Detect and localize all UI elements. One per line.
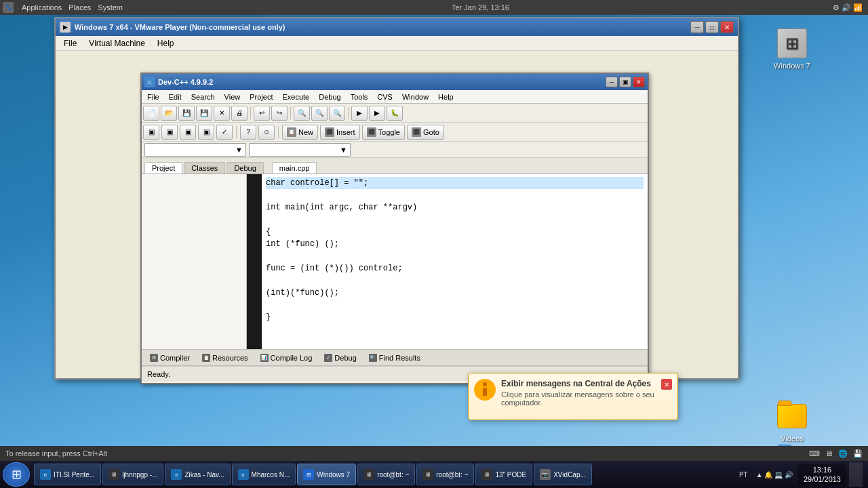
insert-button[interactable]: ⬛ Insert	[320, 125, 360, 140]
bottom-tab-debug[interactable]: ✓ Debug	[319, 352, 361, 363]
toolbar-check[interactable]: ✓	[216, 125, 233, 140]
devcpp-tabs-row[interactable]: Project Classes Debug main.cpp	[142, 158, 648, 174]
toolbar-close[interactable]: ✕	[214, 106, 230, 121]
show-desktop-button[interactable]	[849, 462, 863, 487]
toolbar-print[interactable]: 🖨	[231, 106, 248, 121]
vmware-maximize-button[interactable]: □	[705, 21, 719, 33]
linux-menu-system[interactable]: System	[98, 3, 123, 12]
toolbar-save-all[interactable]: 💾	[196, 106, 212, 121]
devcpp-close-button[interactable]: ✕	[633, 77, 645, 87]
dropdown-class[interactable]: ▼	[144, 143, 246, 157]
toolbar-run[interactable]: ▶	[369, 106, 385, 121]
notification-popup[interactable]: Exibir mensagens na Central de Ações Cli…	[468, 373, 678, 420]
taskbar-lang[interactable]: PT	[736, 470, 751, 480]
devcpp-menu-execute[interactable]: Execute	[278, 92, 313, 102]
devcpp-toolbar2[interactable]: ▣ ▣ ▣ ▣ ✓ ? ☺ 📋 New ⬛ Insert ⬛	[142, 123, 648, 142]
devcpp-menu-tools[interactable]: Tools	[347, 92, 372, 102]
taskbar-win7-btn[interactable]: ⊞ Windows 7	[297, 464, 356, 485]
devcpp-menubar[interactable]: File Edit Search View Project Execute De…	[142, 90, 648, 104]
toolbar-findnext[interactable]: 🔍	[329, 106, 345, 121]
toolbar-find[interactable]: 🔍	[294, 106, 310, 121]
toolbar-class4[interactable]: ▣	[198, 125, 214, 140]
devcpp-restore-button[interactable]: ▣	[619, 77, 631, 87]
bottom-tab-findresults[interactable]: 🔍 Find Results	[363, 352, 426, 363]
toolbar-redo[interactable]: ↪	[271, 106, 288, 121]
devcpp-menu-project[interactable]: Project	[245, 92, 277, 102]
taskbar-clock[interactable]: 13:16 29/01/2013	[798, 464, 846, 486]
start-icon: ⊞	[12, 467, 22, 482]
toolbar-help-btn[interactable]: ?	[240, 125, 256, 140]
devcpp-menu-cvs[interactable]: CVS	[373, 92, 397, 102]
toolbar-replace[interactable]: 🔍	[311, 106, 328, 121]
vmware-menu-help[interactable]: Help	[152, 37, 180, 49]
taskbar[interactable]: ⊞ e ITI.SI.Pente... 🖥 ljhnnpgp -... e Zi…	[0, 461, 868, 488]
taskbar-root1-btn[interactable]: 🖥 root@bt: ~	[357, 464, 415, 485]
toolbar-new-file[interactable]: 📄	[143, 106, 159, 121]
toolbar-sep1	[250, 107, 251, 119]
desktop-icon-win7[interactable]: ⊞ Windows 7	[770, 27, 814, 70]
taskbar-pode-label: 13" PODE	[495, 471, 526, 479]
subtab-debug[interactable]: Debug	[226, 162, 263, 174]
taskbar-start-button[interactable]: ⊞	[3, 462, 30, 487]
goto-button[interactable]: ⬛ Goto	[407, 125, 444, 140]
toolbar-class1[interactable]: ▣	[143, 125, 159, 140]
devcpp-bottom-tabs[interactable]: ⚙ Compiler 📋 Resources 📊 Compile Log ✓ D…	[142, 350, 648, 366]
toolbar-debug[interactable]: 🐛	[387, 106, 403, 121]
devcpp-minimize-button[interactable]: ─	[606, 77, 618, 87]
taskbar-root2-btn[interactable]: 🖥 root@bt: ~	[416, 464, 474, 485]
subtab-classes[interactable]: Classes	[184, 162, 225, 174]
compilelog-icon: 📊	[260, 354, 269, 362]
toolbar-class2[interactable]: ▣	[161, 125, 178, 140]
toolbar-save[interactable]: 💾	[178, 106, 195, 121]
vmware-minimize-button[interactable]: ─	[690, 21, 704, 33]
taskbar-term1-btn[interactable]: 🖥 ljhnnpgp -...	[102, 464, 163, 485]
new-button[interactable]: 📋 New	[282, 125, 318, 140]
vmware-window-controls[interactable]: ─ □ ✕	[690, 21, 734, 33]
vmware-menu-file[interactable]: File	[58, 37, 82, 49]
devcpp-menu-file[interactable]: File	[143, 92, 163, 102]
devcpp-menu-edit[interactable]: Edit	[165, 92, 186, 102]
devcpp-editor[interactable]: char controle[] = ""; int main(int argc,…	[247, 174, 648, 349]
linux-menu-applications[interactable]: Applications	[22, 3, 62, 12]
code-line-9	[266, 274, 644, 287]
taskbar-xvid-btn[interactable]: 📷 XVidCap...	[534, 464, 592, 485]
toolbar-compile[interactable]: ▶	[351, 106, 368, 121]
devcpp-menu-search[interactable]: Search	[187, 92, 219, 102]
toolbar-emoji[interactable]: ☺	[258, 125, 275, 140]
devcpp-window-controls[interactable]: ─ ▣ ✕	[606, 77, 645, 87]
taskbar-pode-btn[interactable]: 🖥 13" PODE	[475, 464, 532, 485]
taskbar-mharcos-btn[interactable]: e Mharcos N...	[232, 464, 296, 485]
desktop-icon-videos[interactable]: Videos	[770, 400, 814, 443]
bottom-tab-compilelog[interactable]: 📊 Compile Log	[255, 352, 318, 363]
toolbar-open[interactable]: 📂	[161, 106, 177, 121]
linux-systray: ⚙ 🔊 📶	[833, 3, 863, 12]
linux-menu-places[interactable]: Places	[68, 3, 91, 12]
devcpp-dropdowns[interactable]: ▼ ▼	[142, 142, 648, 158]
vmware-close-button[interactable]: ✕	[720, 21, 734, 33]
notif-close-button[interactable]: ✕	[661, 379, 672, 390]
toolbar-undo[interactable]: ↩	[254, 106, 270, 121]
vmware-menubar[interactable]: File Virtual Machine Help	[56, 36, 738, 51]
devcpp-menu-help[interactable]: Help	[434, 92, 458, 102]
taskbar-ie-btn[interactable]: e ITI.SI.Pente...	[34, 464, 101, 485]
editor-code-area[interactable]: char controle[] = ""; int main(int argc,…	[262, 174, 648, 349]
dropdown-member[interactable]: ▼	[249, 143, 351, 157]
devcpp-toolbar1[interactable]: 📄 📂 💾 💾 ✕ 🖨 ↩ ↪ 🔍 🔍 🔍 ▶ ▶ 🐛	[142, 104, 648, 123]
taskbar-nav-btn[interactable]: e Zikas - Nav...	[165, 464, 230, 485]
bottom-tab-compiler[interactable]: ⚙ Compiler	[144, 352, 195, 363]
code-line-10: (int)(*func)();	[266, 287, 644, 299]
devcpp-sidebar	[142, 174, 247, 349]
tab-main-cpp[interactable]: main.cpp	[272, 162, 317, 174]
taskbar-right[interactable]: PT ▲ 🔔 💻 🔊 13:16 29/01/2013	[736, 462, 865, 487]
toolbar-class3[interactable]: ▣	[180, 125, 196, 140]
vmware-menu-virtualmachine[interactable]: Virtual Machine	[83, 37, 151, 49]
bottom-tab-resources[interactable]: 📋 Resources	[197, 352, 254, 363]
devcpp-menu-window[interactable]: Window	[398, 92, 433, 102]
subtab-project[interactable]: Project	[144, 162, 182, 174]
debug-icon: ✓	[324, 354, 332, 362]
devcpp-menu-view[interactable]: View	[220, 92, 245, 102]
new-label: New	[298, 128, 313, 136]
devcpp-menu-debug[interactable]: Debug	[315, 92, 344, 102]
linux-menu[interactable]: Applications Places System	[16, 3, 128, 12]
toggle-button[interactable]: ⬛ Toggle	[362, 125, 405, 140]
